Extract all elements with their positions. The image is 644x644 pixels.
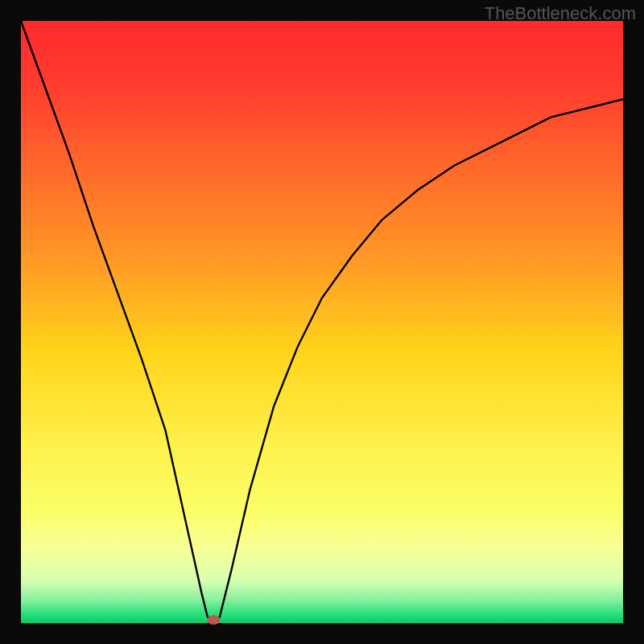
watermark-label: TheBottleneck.com [485,3,636,24]
bottleneck-chart [0,0,644,644]
optimal-point-marker [207,615,220,625]
chart-container: TheBottleneck.com [0,0,644,644]
gradient-background [21,21,623,623]
plot-area [10,10,634,634]
